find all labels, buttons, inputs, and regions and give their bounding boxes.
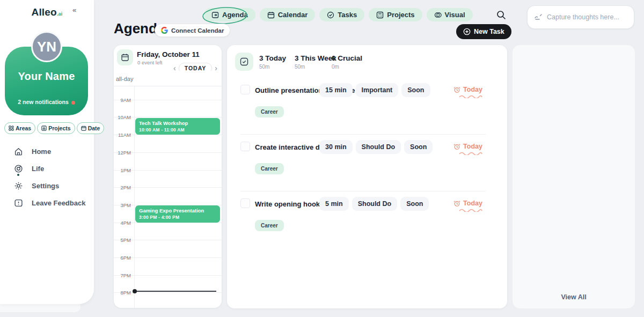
avatar[interactable]: YN [31,31,62,62]
calendar-date-title: Friday, October 11 [137,50,200,58]
collapse-sidebar-icon[interactable]: « [72,6,76,14]
event-title: Tech Talk Workshop [139,120,216,126]
priority-chip[interactable]: Important [356,83,399,97]
agenda-icon [211,11,219,19]
tab-agenda[interactable]: Agenda [204,8,255,21]
event-title: Gaming Expo Presentation [139,208,216,213]
tab-tasks[interactable]: Tasks [319,8,364,21]
sidebar: Alleo.ai « YN Your Name 2 new notificati… [0,0,94,304]
current-time-indicator[interactable] [134,291,216,292]
new-task-label: New Task [474,28,504,35]
filter-date[interactable]: Date [77,122,105,134]
areas-icon [9,126,14,131]
sidebar-item-feedback-label: Leave Feedback [32,199,85,207]
duration-chip[interactable]: 30 min [319,140,353,154]
due-badge[interactable]: Today [453,86,482,93]
sidebar-item-life-label: Life [32,165,44,173]
filter-areas-label: Areas [16,125,31,131]
life-icon [14,164,23,173]
tab-visual-label: Visual [445,11,465,19]
upcoming-panel: View All [513,45,635,308]
search-icon[interactable] [496,10,507,20]
urgency-chip[interactable]: Soon [401,83,430,97]
tab-visual[interactable]: Visual [427,8,473,21]
filter-projects[interactable]: Projects [37,122,75,134]
stat-crucial-count: 0 Crucial [332,54,362,62]
calendar-panel: 8AM 9AM 10AM 11AM 12PM 1PM 2PM 3PM 4PM 5… [114,45,222,308]
duration-chip[interactable]: 5 min [319,197,349,211]
projects-icon [41,126,47,131]
hour-label: 10AM [114,114,131,120]
sidebar-item-home[interactable]: Home [14,143,85,160]
calendar-event[interactable]: Tech Talk Workshop 10:00 AM - 11:00 AM [135,118,220,135]
calendar-header-iconbox [117,49,133,65]
priority-chip[interactable]: Should Do [352,197,398,211]
task-checkbox[interactable] [240,198,250,208]
task-separator [240,134,486,135]
squiggle-underline [459,95,482,98]
calendar-event[interactable]: Gaming Expo Presentation 3:00 PM - 4:00 … [135,205,220,223]
urgency-chip[interactable]: Soon [404,140,433,154]
priority-chip[interactable]: Should Do [356,140,401,154]
capture-thoughts-input[interactable] [547,13,627,21]
new-task-button[interactable]: New Task [456,24,511,39]
due-badge[interactable]: Today [453,143,482,150]
sidebar-item-life[interactable]: Life [14,160,85,177]
hour-label: 11AM [114,132,131,138]
alarm-icon [453,86,460,93]
stat-this-week: 3 This Week 50m [295,54,336,70]
view-all-link[interactable]: View All [513,293,635,301]
hour-label: 5PM [114,237,131,243]
events-left-text: 0 event left [137,60,162,65]
alarm-icon [453,200,460,207]
task-tag[interactable]: Career [255,106,284,117]
tab-calendar-label: Calendar [278,11,308,19]
hour-label: 9AM [114,97,131,103]
filter-areas[interactable]: Areas [4,122,35,134]
stat-today: 3 Today 50m [259,54,286,70]
connect-calendar-button[interactable]: Connect Calendar [155,24,230,37]
duration-chip[interactable]: 15 min [319,83,353,97]
squiggle-underline [459,152,482,155]
sidebar-menu: Home Life Settings Leave Feedback [14,143,85,211]
hour-label: 12PM [114,150,131,156]
logo-text: Alleo [31,6,56,18]
sidebar-item-feedback[interactable]: Leave Feedback [14,194,85,211]
task-row: Create interactive demo 30 min Should Do… [227,138,507,195]
tab-tasks-label: Tasks [338,11,357,19]
task-title[interactable]: Write opening hook [255,200,320,208]
task-checkbox[interactable] [240,142,250,151]
hour-label: 2PM [114,185,131,190]
task-checkbox[interactable] [240,85,250,94]
capture-thoughts-box [527,5,634,29]
due-label: Today [463,86,482,93]
task-separator [240,191,486,191]
tab-calendar[interactable]: Calendar [260,8,316,21]
filter-row: Areas Projects Date [4,122,104,134]
sidebar-item-settings[interactable]: Settings [14,177,85,194]
view-tabs: Agenda Calendar Tasks Projects Visual [204,8,473,21]
notifications-text[interactable]: 2 new notifications [5,99,88,105]
scribble-icon [534,13,543,21]
all-day-label: all-day [116,76,133,82]
sidebar-item-home-label: Home [32,148,51,156]
active-indicator-dot [17,174,19,176]
task-tag[interactable]: Career [255,220,284,231]
task-chips: 5 min Should Do Soon [319,197,429,211]
stat-crucial: 0 Crucial 0m [332,54,362,70]
due-badge[interactable]: Today [453,200,482,207]
feedback-icon [14,198,23,208]
urgency-chip[interactable]: Soon [400,197,429,211]
visual-icon [434,11,442,19]
tasks-header-iconbox [235,53,253,71]
notification-dot [71,101,75,105]
calendar-icon [121,53,129,62]
calendar-icon [81,126,86,131]
tab-projects[interactable]: Projects [369,8,422,21]
task-tag[interactable]: Career [255,163,284,174]
filter-date-label: Date [88,125,100,131]
stat-today-time: 50m [259,64,286,70]
stat-this-week-time: 50m [295,64,336,70]
logo-suffix: .ai [57,11,63,17]
task-chips: 15 min Important Soon [319,83,430,97]
